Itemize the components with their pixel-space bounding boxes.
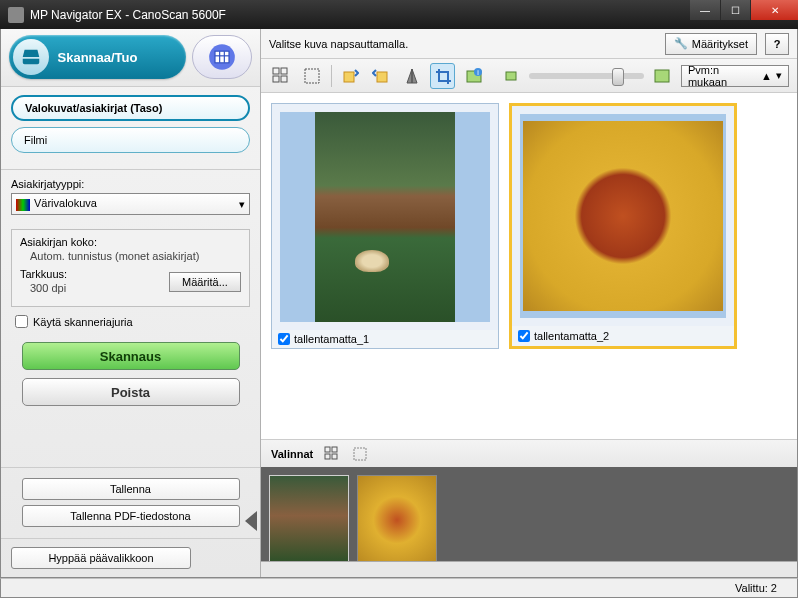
sort-button[interactable]: Pvm:n mukaan ▲ ▾ (681, 65, 789, 87)
svg-rect-10 (344, 72, 354, 82)
zoom-out-thumb-icon[interactable] (498, 63, 523, 89)
close-button[interactable]: ✕ (750, 0, 798, 20)
instruction-text: Valitse kuva napsauttamalla. (269, 38, 657, 50)
source-film-button[interactable]: Filmi (11, 127, 250, 153)
deselect-small-icon[interactable] (351, 445, 369, 463)
delete-button[interactable]: Poista (22, 378, 240, 406)
window-title: MP Navigator EX - CanoScan 5600F (30, 8, 226, 22)
svg-rect-20 (332, 454, 337, 459)
zoom-slider[interactable] (529, 73, 644, 79)
resolution-value: 300 dpi (30, 282, 67, 294)
thumbnail-caption: tallentamatta_1 (294, 333, 369, 345)
specify-button[interactable]: Määritä... (169, 272, 241, 292)
tray-arrow-icon (245, 511, 257, 531)
svg-rect-15 (506, 72, 516, 80)
document-size-value: Autom. tunnistus (monet asiakirjat) (30, 250, 241, 262)
scan-import-label: Skannaa/Tuo (58, 50, 138, 65)
svg-rect-1 (215, 51, 229, 63)
use-driver-row[interactable]: Käytä skanneriajuria (1, 313, 260, 338)
document-type-section: Asiakirjatyyppi: Värivalokuva ▾ (1, 170, 260, 223)
source-group: Valokuvat/asiakirjat (Taso) Filmi (1, 87, 260, 170)
selection-bar: Valinnat (261, 439, 797, 467)
jump-main-button[interactable]: Hyppää päävalikkoon (11, 547, 191, 569)
selection-label: Valinnat (271, 448, 313, 460)
svg-rect-21 (354, 448, 366, 460)
sort-asc-icon: ▲ (761, 70, 772, 82)
source-platen-button[interactable]: Valokuvat/asiakirjat (Taso) (11, 95, 250, 121)
toolbar: i Pvm:n mukaan ▲ ▾ (261, 59, 797, 93)
save-group: Tallenna Tallenna PDF-tiedostona (1, 467, 260, 538)
selected-count: Valittu: 2 (735, 582, 777, 594)
save-pdf-button[interactable]: Tallenna PDF-tiedostona (22, 505, 240, 527)
thumbnail-image (520, 114, 726, 318)
document-size-label: Asiakirjan koko: (20, 236, 241, 248)
jump-group: Hyppää päävalikkoon (1, 538, 260, 577)
svg-rect-18 (332, 447, 337, 452)
select-all-icon[interactable] (269, 63, 294, 89)
svg-rect-6 (281, 68, 287, 74)
maximize-button[interactable]: ☐ (720, 0, 750, 20)
sidebar: Skannaa/Tuo Valokuvat/asiakirjat (Taso) … (1, 29, 261, 577)
thumbnail-item[interactable]: tallentamatta_1 (271, 103, 499, 349)
chevron-down-icon: ▾ (239, 198, 245, 211)
rotate-right-icon[interactable] (369, 63, 394, 89)
scan-settings-box: Asiakirjan koko: Autom. tunnistus (monet… (11, 229, 250, 307)
main-panel: Valitse kuva napsauttamalla. 🔧 Määrityks… (261, 29, 797, 577)
scanner-icon (13, 39, 49, 75)
app-icon (8, 7, 24, 23)
image-info-icon[interactable]: i (461, 63, 486, 89)
mode-header: Skannaa/Tuo (1, 29, 260, 87)
thumbnail-checkbox[interactable] (518, 330, 530, 342)
tray-scrollbar[interactable] (261, 561, 797, 577)
scan-import-tab[interactable]: Skannaa/Tuo (9, 35, 186, 79)
preferences-button[interactable]: 🔧 Määritykset (665, 33, 757, 55)
color-swatch-icon (16, 199, 30, 211)
minimize-button[interactable]: — (690, 0, 720, 20)
document-type-label: Asiakirjatyyppi: (11, 178, 250, 190)
select-all-small-icon[interactable] (323, 445, 341, 463)
svg-rect-16 (655, 70, 669, 82)
help-button[interactable]: ? (765, 33, 789, 55)
thumbnail-area: tallentamatta_1 tallentamatta_2 (261, 93, 797, 439)
rotate-left-icon[interactable] (338, 63, 363, 89)
svg-rect-5 (273, 68, 279, 74)
thumbnail-item[interactable]: tallentamatta_2 (509, 103, 737, 349)
use-driver-checkbox[interactable] (15, 315, 28, 328)
view-use-tab[interactable] (192, 35, 252, 79)
resolution-label: Tarkkuus: (20, 268, 67, 280)
use-driver-label: Käytä skanneriajuria (33, 316, 133, 328)
tray-thumb[interactable] (269, 475, 349, 565)
save-button[interactable]: Tallenna (22, 478, 240, 500)
wrench-icon: 🔧 (674, 37, 688, 50)
thumbnail-caption: tallentamatta_2 (534, 330, 609, 342)
zoom-in-thumb-icon[interactable] (650, 63, 675, 89)
select-grid-icon[interactable] (300, 63, 325, 89)
selection-tray (261, 467, 797, 577)
document-type-select[interactable]: Värivalokuva ▾ (11, 193, 250, 215)
svg-rect-8 (281, 76, 287, 82)
crop-icon[interactable] (430, 63, 455, 89)
flip-icon[interactable] (400, 63, 425, 89)
thumbnail-image (280, 112, 490, 322)
scan-button[interactable]: Skannaus (22, 342, 240, 370)
chevron-down-icon: ▾ (776, 69, 782, 82)
svg-rect-11 (377, 72, 387, 82)
window-titlebar: MP Navigator EX - CanoScan 5600F — ☐ ✕ (0, 0, 798, 29)
thumbnail-checkbox[interactable] (278, 333, 290, 345)
svg-rect-9 (305, 69, 319, 83)
status-bar: Valittu: 2 (0, 578, 798, 598)
svg-rect-17 (325, 447, 330, 452)
top-bar: Valitse kuva napsauttamalla. 🔧 Määrityks… (261, 29, 797, 59)
svg-rect-7 (273, 76, 279, 82)
tray-thumb[interactable] (357, 475, 437, 565)
svg-rect-19 (325, 454, 330, 459)
